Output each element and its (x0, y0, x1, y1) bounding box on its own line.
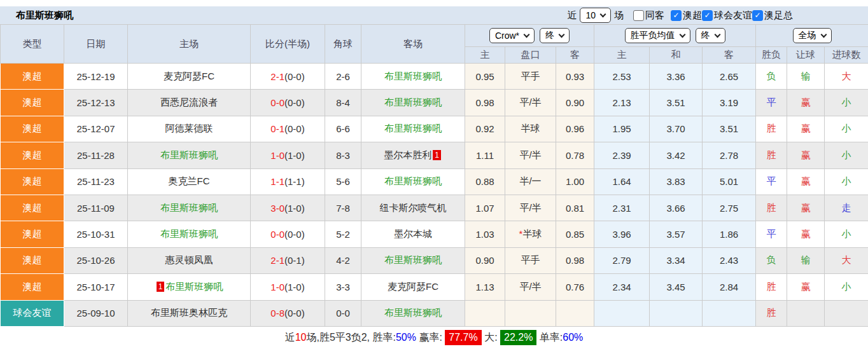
full-score: 3-0 (270, 203, 284, 214)
cell-away-team: 墨尔本城 (361, 221, 465, 247)
half-score: (0-1) (284, 255, 305, 266)
result-text: 小 (842, 228, 851, 239)
cell-result-handicap: 输 (787, 64, 825, 90)
half-score: (0-0) (284, 97, 305, 108)
cell-result-goals: 大 (825, 64, 868, 90)
cell-home-team: 布里斯班狮吼 (128, 142, 251, 168)
header-score: 比分(半场) (251, 25, 325, 64)
scope-select[interactable]: 全场 (793, 28, 832, 43)
team-name: 布里斯班狮吼 (160, 149, 218, 160)
summary-segment: 50% (396, 332, 416, 343)
cell-avg-draw: 3.36 (650, 64, 703, 90)
checkbox-icon[interactable]: ✓ (633, 10, 644, 21)
cell-avg-away: 2.78 (703, 142, 756, 168)
cell-competition: 澳超 (1, 90, 64, 116)
result-text: 赢 (801, 228, 811, 239)
cell-score: 0-8(0-0) (251, 300, 325, 326)
cell-avg-away: 2.75 (703, 195, 756, 221)
sub-header-goals: 进球数 (825, 47, 868, 64)
cell-odds-away: 0.90 (556, 90, 594, 116)
odds-company-select[interactable]: Crow* (489, 28, 535, 43)
cell-result-handicap (787, 300, 825, 326)
cell-result-goals (825, 300, 868, 326)
cell-result-wdl: 胜 (756, 300, 787, 326)
cell-avg-home (594, 300, 650, 326)
header-corners: 角球 (325, 25, 361, 64)
cell-corners: 7-8 (325, 195, 361, 221)
result-text: 胜 (767, 123, 776, 133)
cell-result-wdl: 平 (756, 221, 787, 247)
cell-competition: 澳超 (1, 195, 64, 221)
cell-odds-home: 1.03 (465, 221, 505, 247)
cell-avg-draw: 3.45 (650, 274, 703, 300)
cell-home-team: 布里斯班狮吼 (128, 221, 251, 247)
cell-avg-home: 2.79 (594, 247, 650, 273)
match-row: 澳超25-10-26惠灵顿凤凰2-1(0-1)4-2布里斯班狮吼0.90平手0.… (1, 247, 868, 273)
recent-label: 近 (567, 10, 577, 22)
recent-count-select[interactable]: 10 (580, 8, 611, 23)
scope-value: 全场 (799, 30, 816, 41)
cell-odds-handicap: 平/半 (505, 142, 556, 168)
cell-odds-away: 0.76 (556, 274, 594, 300)
half-score: (1-0) (284, 203, 305, 214)
cell-home-team: 奥克兰FC (128, 168, 251, 195)
cell-score: 0-1(0-0) (251, 116, 325, 142)
cell-avg-away: 2.43 (703, 247, 756, 273)
red-card-badge: 1 (157, 282, 165, 292)
cell-corners: 6-6 (325, 116, 361, 142)
result-text: 胜 (767, 307, 776, 318)
team-name: 墨尔本胜利 (384, 149, 431, 160)
cell-competition: 球会友谊 (1, 300, 64, 326)
cell-result-goals: 小 (825, 168, 868, 195)
cell-score: 1-0(1-0) (251, 274, 325, 300)
changed-handicap-star: * (519, 228, 523, 239)
result-text: 小 (842, 175, 851, 186)
odds-company-value: Crow* (495, 31, 519, 41)
cell-competition: 澳超 (1, 64, 64, 90)
checkbox-icon[interactable]: ✓ (671, 10, 682, 21)
cell-home-team: 阿德莱德联 (128, 116, 251, 142)
cell-avg-home: 1.95 (594, 116, 650, 142)
cell-home-team: 1布里斯班狮吼 (128, 274, 251, 300)
summary-segment: 60% (563, 332, 583, 343)
team-name: 布里斯班狮吼 (384, 97, 442, 107)
team-name: 布里斯班狮吼 (384, 123, 442, 133)
avg-state-select[interactable]: 终 (696, 28, 725, 43)
cell-odds-home: 0.90 (465, 247, 505, 273)
avg-metric-select[interactable]: 胜平负均值 (625, 28, 690, 43)
cell-avg-home: 3.96 (594, 221, 650, 247)
cell-odds-handicap: *半球 (505, 221, 556, 247)
summary-segment: 77.7% (445, 330, 481, 345)
cell-odds-handicap (505, 300, 556, 326)
match-row: 澳超25-12-07阿德莱德联0-1(0-0)6-6布里斯班狮吼0.92半球0.… (1, 116, 868, 142)
odds-state-select[interactable]: 终 (540, 28, 570, 43)
half-score: (1-1) (284, 176, 305, 187)
team-name: 麦克阿瑟FC (164, 71, 214, 81)
cell-corners: 2-6 (325, 64, 361, 90)
cell-odds-home: 1.07 (465, 195, 505, 221)
checkbox-icon[interactable]: ✓ (752, 10, 763, 21)
cell-avg-away: 2.84 (703, 274, 756, 300)
result-text: 胜 (767, 149, 776, 160)
half-score: (1-0) (284, 150, 305, 161)
sub-header-avg-away: 客 (703, 47, 756, 64)
filter-checkbox-label: 同客 (645, 10, 664, 22)
summary-segment: 场,胜5平3负2, 胜率: (306, 331, 395, 345)
cell-odds-home: 0.95 (465, 64, 505, 90)
match-row: 球会友谊25-09-10布里斯班奥林匹克0-8(0-0)0-0布里斯班狮吼胜 (1, 300, 868, 326)
result-text: 赢 (801, 202, 811, 213)
summary-segment: 10 (295, 332, 307, 343)
cell-result-wdl: 负 (756, 247, 787, 273)
cell-result-handicap: 赢 (787, 274, 825, 300)
header-away: 客场 (361, 25, 465, 64)
cell-score: 1-0(1-0) (251, 142, 325, 168)
cell-away-team: 布里斯班狮吼 (361, 116, 465, 142)
result-text: 输 (801, 254, 811, 265)
cell-date: 25-11-09 (64, 195, 128, 221)
cell-away-team: 墨尔本胜利1 (361, 142, 465, 168)
sub-header-wdl: 胜负 (756, 47, 787, 64)
cell-corners: 8-3 (325, 142, 361, 168)
cell-odds-handicap: 半球 (505, 116, 556, 142)
checkbox-icon[interactable]: ✓ (702, 10, 713, 21)
match-row: 澳超25-10-171布里斯班狮吼1-0(1-0)3-3麦克阿瑟FC1.13平/… (1, 274, 868, 300)
